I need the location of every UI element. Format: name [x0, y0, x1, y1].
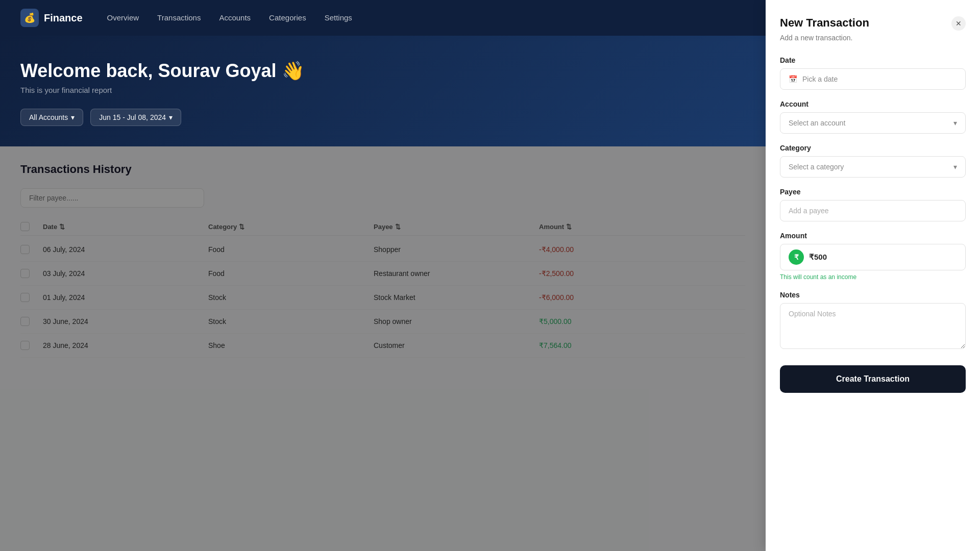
payee-field-group: Payee	[780, 188, 966, 221]
date-picker[interactable]: 📅 Pick a date	[780, 68, 966, 90]
chevron-down-icon: ▾	[953, 119, 957, 127]
close-button[interactable]: ✕	[951, 16, 966, 31]
notes-label: Notes	[780, 291, 966, 299]
hero-subtitle: This is your financial report	[20, 86, 745, 94]
navbar: 💰 Finance Overview Transactions Accounts…	[0, 0, 766, 36]
amount-value: ₹500	[809, 253, 827, 262]
amount-label: Amount	[780, 232, 966, 240]
panel-title: New Transaction	[780, 16, 869, 30]
nav-links: Overview Transactions Accounts Categorie…	[107, 13, 352, 22]
accounts-filter[interactable]: All Accounts ▾	[20, 109, 83, 126]
payee-input[interactable]	[780, 200, 966, 221]
account-field-group: Account Select an account ▾	[780, 100, 966, 134]
main-area: 💰 Finance Overview Transactions Accounts…	[0, 0, 766, 551]
create-transaction-button[interactable]: Create Transaction	[780, 365, 966, 393]
logo: 💰 Finance	[20, 9, 83, 27]
account-placeholder: Select an account	[789, 119, 845, 127]
category-placeholder: Select a category	[789, 163, 844, 171]
payee-label: Payee	[780, 188, 966, 196]
notes-field-group: Notes	[780, 291, 966, 351]
filter-row: All Accounts ▾ Jun 15 - Jul 08, 2024 ▾	[20, 109, 745, 126]
chevron-down-icon: ▾	[169, 113, 173, 121]
welcome-heading: Welcome back, Sourav Goyal 👋	[20, 60, 745, 82]
category-select-wrap: Select a category ▾	[780, 156, 966, 178]
calendar-icon: 📅	[789, 75, 797, 83]
date-placeholder: Pick a date	[802, 75, 838, 83]
amount-input-wrap[interactable]: ₹ ₹500	[780, 244, 966, 270]
nav-item-categories[interactable]: Categories	[269, 13, 306, 22]
category-select[interactable]: Select a category ▾	[780, 156, 966, 178]
app-name: Finance	[44, 12, 83, 24]
account-select[interactable]: Select an account ▾	[780, 112, 966, 134]
date-field-group: Date 📅 Pick a date	[780, 56, 966, 90]
date-label: Date	[780, 56, 966, 64]
income-hint: This will count as an income	[780, 273, 966, 281]
new-transaction-panel: New Transaction ✕ Add a new transaction.…	[766, 0, 980, 551]
notes-textarea[interactable]	[780, 303, 966, 349]
panel-header: New Transaction ✕	[780, 16, 966, 31]
hero-section: Welcome back, Sourav Goyal 👋 This is you…	[0, 36, 766, 146]
account-label: Account	[780, 100, 966, 108]
chevron-down-icon: ▾	[71, 113, 75, 121]
category-field-group: Category Select a category ▾	[780, 144, 966, 178]
amount-currency-icon: ₹	[789, 249, 804, 265]
nav-item-overview[interactable]: Overview	[107, 13, 139, 22]
amount-field-group: Amount ₹ ₹500 This will count as an inco…	[780, 232, 966, 281]
date-filter[interactable]: Jun 15 - Jul 08, 2024 ▾	[90, 109, 181, 126]
logo-icon: 💰	[20, 9, 39, 27]
nav-item-settings[interactable]: Settings	[325, 13, 352, 22]
panel-subtitle: Add a new transaction.	[780, 34, 966, 42]
account-select-wrap: Select an account ▾	[780, 112, 966, 134]
nav-item-accounts[interactable]: Accounts	[219, 13, 251, 22]
chevron-down-icon: ▾	[953, 163, 957, 171]
category-label: Category	[780, 144, 966, 152]
nav-item-transactions[interactable]: Transactions	[157, 13, 201, 22]
